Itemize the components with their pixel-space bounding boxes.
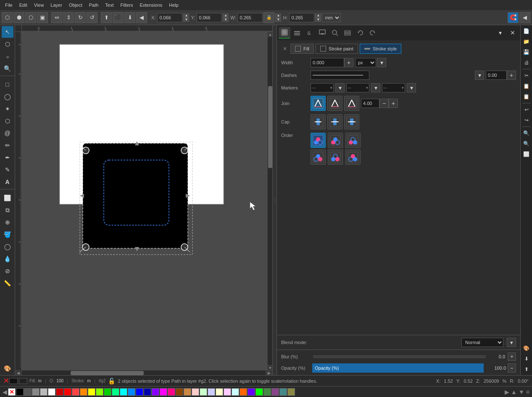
menu-view[interactable]: View [31, 2, 47, 8]
scroll-right-btn[interactable]: ▶ [266, 371, 272, 375]
transform-rot90ccw[interactable]: ↺ [87, 12, 97, 23]
menu-extensions[interactable]: Extensions [136, 2, 166, 8]
tool-paint-bucket[interactable]: 🪣 [2, 229, 13, 240]
align-left[interactable]: ◀ [136, 12, 147, 23]
fill-tab[interactable]: Fill [290, 44, 314, 54]
opacity-slider[interactable]: Opacity (%) [312, 363, 484, 373]
menu-object[interactable]: Object [66, 2, 86, 8]
blend-mode-select[interactable]: Normal Multiply Screen Overlay Darken Li… [461, 338, 503, 347]
tool-tweak[interactable]: ⬦ [2, 50, 13, 62]
fr-redo[interactable]: ↪ [521, 115, 532, 125]
swatch-pink[interactable] [168, 388, 175, 396]
vert-scroll-thumb[interactable] [268, 86, 272, 168]
marker-mid-arrow[interactable]: ▾ [371, 83, 380, 92]
marker-start-arrow[interactable]: ▾ [335, 83, 345, 92]
h-increment[interactable]: ▲ [315, 13, 321, 18]
order-paint-fill-stroke-markers[interactable] [345, 133, 361, 148]
transform-flip-v[interactable]: ⇕ [63, 12, 74, 23]
y-input[interactable] [197, 13, 222, 22]
fr-undo[interactable]: ↩ [521, 105, 532, 115]
width-input[interactable] [311, 58, 344, 67]
swatch-green-light[interactable] [112, 388, 119, 396]
swatch-white[interactable] [48, 388, 55, 396]
tool-node[interactable]: ⬡ [2, 38, 13, 50]
swatch-lilac[interactable] [224, 388, 231, 396]
join-miter-btn[interactable] [311, 96, 326, 111]
tab-symbols[interactable]: & [304, 27, 316, 39]
swatch-forest-green[interactable] [263, 388, 271, 396]
join-increment[interactable]: + [389, 99, 398, 108]
swatch-magenta[interactable] [160, 388, 167, 396]
join-value-input[interactable] [361, 99, 379, 108]
snap-btn[interactable]: 🧲 [508, 12, 519, 23]
tool-colorpicker[interactable]: 🎨 [2, 363, 13, 374]
palette-right-btn[interactable]: ▶ [504, 389, 510, 395]
fr-save-doc[interactable]: 💾 [521, 47, 532, 57]
dashes-dropdown-arrow[interactable]: ▾ [475, 71, 484, 80]
fr-new-doc[interactable]: 📄 [521, 26, 532, 36]
select-touch-btn[interactable]: ▣ [37, 12, 48, 23]
swatch-violet[interactable] [248, 388, 255, 396]
tool-3d-box[interactable]: ⬡ [2, 115, 13, 127]
swatch-none[interactable]: ✕ [8, 388, 16, 396]
fr-paste[interactable]: 📋 [521, 92, 532, 102]
order-paint-fill-markers-stroke[interactable] [328, 133, 343, 148]
tab-objects[interactable] [291, 27, 303, 39]
tool-rect[interactable]: □ [2, 79, 13, 90]
opacity-minus-btn[interactable]: − [508, 363, 516, 373]
menu-file[interactable]: File [2, 2, 16, 8]
order-paint-markers-fill-stroke[interactable] [311, 133, 326, 148]
horiz-scroll-thumb[interactable] [71, 371, 144, 375]
lock-aspect-btn[interactable]: 🔒 [263, 12, 274, 23]
width-add-btn[interactable]: + [344, 58, 353, 67]
tab-fill-stroke[interactable] [279, 27, 290, 39]
tool-spray[interactable]: 💧 [2, 253, 13, 265]
align-top[interactable]: ⬆ [101, 12, 112, 23]
dashes-add-btn[interactable]: + [507, 71, 516, 80]
swatch-lavender[interactable] [208, 388, 215, 396]
swatch-cyan[interactable] [120, 388, 127, 396]
transform-rot90cw[interactable]: ↻ [75, 12, 86, 23]
swatch-gray[interactable] [32, 388, 40, 396]
menu-edit[interactable]: Edit [16, 2, 31, 8]
unit-select[interactable]: mmpxcminpt [322, 13, 341, 22]
swatch-red-dark[interactable] [56, 388, 63, 396]
width-unit-expand[interactable]: ▾ [377, 58, 386, 67]
swatch-mint[interactable] [200, 388, 207, 396]
handle-bottom-mid[interactable] [135, 247, 139, 251]
marker-end-select[interactable]: — ▾ [382, 83, 405, 92]
order-paint-markers-stroke-fill[interactable] [328, 150, 343, 165]
tool-measure[interactable]: 📏 [2, 277, 13, 289]
swatch-blue-light[interactable] [128, 388, 135, 396]
tool-eraser[interactable]: ◯ [2, 241, 13, 252]
x-decrement[interactable]: ▼ [183, 18, 189, 22]
menu-layer[interactable]: Layer [47, 2, 66, 8]
swatch-pink-light[interactable] [192, 388, 199, 396]
tool-pen[interactable]: ✒ [2, 152, 13, 163]
tab-undo-history[interactable] [354, 27, 366, 39]
swatch-tan[interactable] [184, 388, 191, 396]
y-increment[interactable]: ▲ [223, 13, 229, 18]
vert-scrollbar[interactable]: ▲ ▼ [267, 32, 272, 370]
marker-mid-select[interactable]: — ▾ [346, 83, 369, 92]
w-decrement[interactable]: ▼ [275, 18, 281, 22]
swatch-light-gray[interactable] [40, 388, 47, 396]
menu-path[interactable]: Path [86, 2, 102, 8]
select-in-all-btn[interactable]: ⬡ [25, 12, 36, 23]
select-all-btn[interactable]: ⬢ [13, 12, 24, 23]
palette-up-btn[interactable]: ▲ [510, 389, 518, 395]
align-mid-h[interactable]: ⬛ [113, 12, 124, 23]
scroll-up-btn[interactable]: ▲ [268, 32, 272, 37]
fr-open-doc[interactable]: 📁 [521, 37, 532, 47]
tool-connector[interactable]: ⊘ [2, 265, 13, 277]
marker-start-select[interactable]: — ▾ [311, 83, 334, 92]
fr-print-doc[interactable]: 🖨 [521, 58, 532, 68]
stroke-style-tab[interactable]: Stroke style [360, 44, 401, 54]
join-bevel-btn[interactable] [344, 96, 359, 111]
fr-zoom-fit[interactable]: ⬜ [521, 149, 532, 159]
join-round-btn[interactable] [327, 96, 342, 111]
fr-cut[interactable]: ✂ [521, 71, 532, 81]
swatch-lime[interactable] [255, 388, 263, 396]
outer-path[interactable] [83, 143, 188, 248]
blend-mode-dropdown-btn[interactable]: ▾ [507, 338, 516, 347]
